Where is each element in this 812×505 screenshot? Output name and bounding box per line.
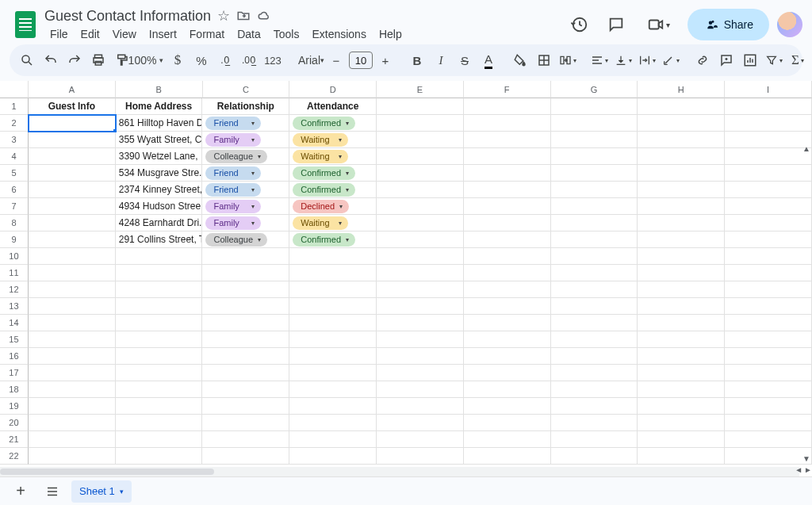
cell[interactable] — [116, 365, 203, 381]
cell[interactable]: Colleague▾ — [202, 231, 289, 248]
cell[interactable] — [377, 281, 464, 298]
cell[interactable] — [725, 182, 812, 198]
cell[interactable] — [725, 281, 812, 298]
cell[interactable] — [29, 415, 116, 431]
cell[interactable] — [464, 231, 551, 248]
dropdown-chip[interactable]: Confirmed▾ — [293, 183, 355, 197]
insert-chart-icon[interactable] — [739, 49, 761, 71]
cell[interactable] — [638, 98, 725, 115]
cell[interactable] — [377, 431, 464, 448]
cell[interactable] — [377, 248, 464, 265]
cell[interactable] — [638, 182, 725, 198]
cell[interactable] — [202, 381, 289, 398]
cell[interactable] — [725, 348, 812, 365]
cell[interactable] — [377, 165, 464, 182]
merge-icon[interactable]: ▾ — [557, 49, 579, 71]
cell[interactable] — [725, 365, 812, 381]
row-header[interactable]: 15 — [0, 331, 29, 348]
dropdown-chip[interactable]: Family▾ — [205, 133, 261, 147]
cell[interactable] — [725, 265, 812, 281]
cell[interactable] — [29, 315, 116, 331]
dropdown-chip[interactable]: Friend▾ — [205, 183, 261, 197]
scroll-up-icon[interactable]: ▲ — [802, 144, 810, 155]
cell[interactable]: Relationship — [202, 98, 289, 115]
cell[interactable] — [725, 415, 812, 431]
italic-icon[interactable]: I — [430, 49, 452, 71]
cell[interactable] — [377, 215, 464, 231]
sheets-logo[interactable] — [10, 9, 41, 40]
cell[interactable] — [377, 415, 464, 431]
dropdown-chip[interactable]: Waiting▾ — [293, 150, 348, 163]
borders-icon[interactable] — [533, 49, 555, 71]
cell[interactable] — [29, 281, 116, 298]
cell[interactable] — [116, 415, 203, 431]
cell[interactable] — [116, 331, 203, 348]
col-header-B[interactable]: B — [116, 81, 203, 98]
cell[interactable] — [289, 331, 377, 348]
cell[interactable] — [551, 198, 638, 215]
history-icon[interactable] — [565, 10, 594, 39]
dropdown-chip[interactable]: Family▾ — [205, 200, 261, 213]
cell[interactable] — [638, 265, 725, 281]
cell[interactable] — [377, 448, 464, 465]
cell[interactable] — [638, 415, 725, 431]
cell[interactable] — [725, 215, 812, 231]
cell[interactable] — [464, 431, 551, 448]
all-sheets-icon[interactable] — [40, 480, 65, 503]
dropdown-chip[interactable]: Waiting▾ — [293, 133, 348, 147]
cell[interactable] — [551, 115, 638, 132]
cell[interactable] — [116, 265, 203, 281]
cell[interactable]: Waiting▾ — [289, 148, 377, 165]
filter-icon[interactable]: ▾ — [763, 49, 785, 71]
cell[interactable] — [377, 298, 464, 315]
menu-file[interactable]: File — [44, 26, 74, 42]
cell[interactable] — [551, 448, 638, 465]
cell[interactable] — [464, 448, 551, 465]
col-header-E[interactable]: E — [377, 81, 464, 98]
cell[interactable] — [725, 398, 812, 415]
move-folder-icon[interactable] — [236, 9, 251, 23]
row-header[interactable]: 7 — [0, 198, 29, 215]
cell[interactable]: Friend▾ — [202, 165, 289, 182]
cell[interactable] — [29, 165, 116, 182]
cell[interactable] — [377, 331, 464, 348]
increase-decimal-icon[interactable]: .00̲ — [238, 49, 260, 71]
cell[interactable] — [551, 98, 638, 115]
cell[interactable] — [377, 148, 464, 165]
menu-help[interactable]: Help — [373, 26, 408, 42]
doc-title[interactable]: Guest Contact Information — [44, 8, 211, 25]
cell[interactable]: 534 Musgrave Stre... — [116, 165, 203, 182]
cell[interactable] — [289, 298, 377, 315]
spreadsheet-grid[interactable]: A B C D E F G H I 1Guest InfoHome Addres… — [0, 81, 812, 505]
cell[interactable]: Family▾ — [202, 215, 289, 231]
share-button[interactable]: Share — [688, 9, 769, 40]
scroll-left-icon[interactable]: ◄ — [795, 465, 802, 476]
cell[interactable] — [638, 298, 725, 315]
cell[interactable] — [29, 381, 116, 398]
dropdown-chip[interactable]: Colleague▾ — [205, 233, 267, 247]
cell[interactable] — [29, 182, 116, 198]
row-header[interactable]: 1 — [0, 98, 29, 115]
cell[interactable] — [116, 348, 203, 365]
cell[interactable] — [202, 265, 289, 281]
row-header[interactable]: 12 — [0, 281, 29, 298]
font-select[interactable]: Arial▾ — [293, 49, 316, 71]
cell[interactable] — [289, 248, 377, 265]
cell[interactable] — [464, 315, 551, 331]
cell[interactable]: Declined▾ — [289, 198, 377, 215]
row-header[interactable]: 5 — [0, 165, 29, 182]
cell[interactable] — [464, 132, 551, 148]
cell[interactable] — [377, 115, 464, 132]
cell[interactable] — [29, 248, 116, 265]
insert-comment-icon[interactable] — [715, 49, 737, 71]
halign-icon[interactable]: ▾ — [588, 49, 611, 71]
cell[interactable]: Family▾ — [202, 198, 289, 215]
link-icon[interactable] — [691, 49, 714, 71]
cell[interactable]: 2374 Kinney Street,... — [116, 182, 203, 198]
cell[interactable]: 4248 Earnhardt Dri... — [116, 215, 203, 231]
dropdown-chip[interactable]: Declined▾ — [293, 200, 349, 213]
row-header[interactable]: 2 — [0, 115, 29, 132]
cell[interactable] — [464, 415, 551, 431]
cell[interactable] — [202, 398, 289, 415]
cell[interactable] — [638, 331, 725, 348]
